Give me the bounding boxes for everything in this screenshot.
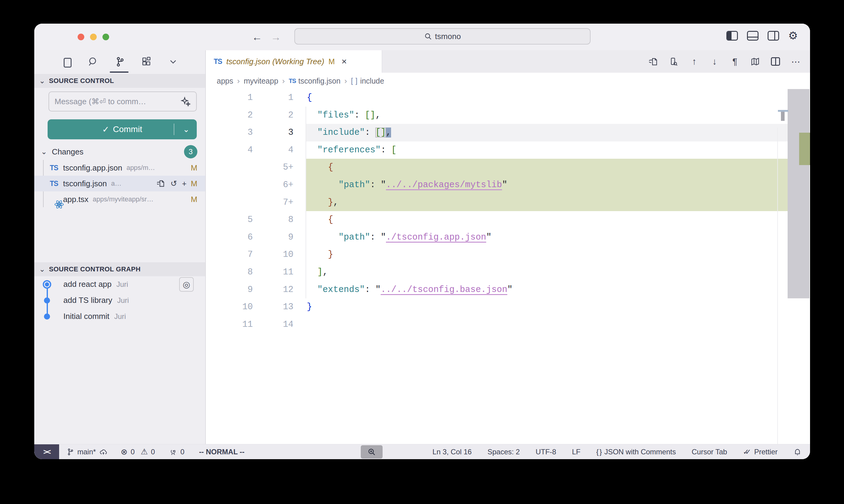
open-file-icon[interactable] bbox=[649, 56, 659, 67]
modified-line-number: 14 bbox=[253, 316, 293, 334]
minimize-window-button[interactable] bbox=[90, 34, 97, 40]
remote-indicator[interactable]: >< bbox=[34, 444, 59, 460]
code-token: [ bbox=[391, 145, 396, 155]
toggle-secondary-sidebar-icon[interactable] bbox=[768, 31, 779, 41]
overview-added-lines-marker bbox=[799, 133, 810, 165]
modified-line-number: 6+ bbox=[253, 176, 293, 194]
code-line[interactable]: 2 2 "files": [], bbox=[206, 107, 810, 124]
breadcrumb-item[interactable]: › TS [ ] myviteapp bbox=[233, 76, 278, 86]
toggle-panel-icon[interactable] bbox=[747, 31, 758, 41]
activity-bar bbox=[34, 50, 205, 73]
code-line[interactable]: 10 13 } bbox=[206, 298, 810, 316]
code-line[interactable]: 7 10 } bbox=[206, 246, 810, 264]
map-icon[interactable] bbox=[750, 56, 760, 67]
commit-row[interactable]: Initial commit Juri ◎ bbox=[34, 308, 205, 324]
code-line[interactable]: 8 11 ], bbox=[206, 264, 810, 281]
zoom-window-button[interactable] bbox=[102, 34, 109, 40]
open-file-icon[interactable] bbox=[157, 179, 166, 188]
errors-count: 0 bbox=[131, 448, 135, 456]
navigate-forward-button[interactable]: → bbox=[269, 30, 282, 43]
formatter-item[interactable]: ✓✓ Prettier bbox=[743, 448, 778, 456]
split-editor-icon[interactable] bbox=[770, 56, 781, 67]
code-line[interactable]: 5+ { bbox=[206, 159, 810, 176]
commit-row[interactable]: add react app Juri ◎ bbox=[34, 276, 205, 292]
commit-button[interactable]: ✓ Commit ⌄ bbox=[48, 119, 197, 139]
discard-changes-icon[interactable]: ↺ bbox=[170, 179, 177, 188]
more-views-chevron-icon[interactable] bbox=[167, 56, 179, 68]
settings-gear-icon[interactable]: ⚙ bbox=[788, 30, 798, 41]
problems-status-item[interactable]: ⊗ 0 ⚠︎ 0 bbox=[121, 447, 155, 457]
changes-header[interactable]: ⌄ Changes 3 bbox=[34, 145, 205, 159]
ports-status-item[interactable]: 0 bbox=[169, 448, 184, 456]
code-line[interactable]: 7+ }, bbox=[206, 194, 810, 211]
code-line[interactable]: 1 1 { bbox=[206, 89, 810, 107]
bullseye-icon[interactable]: ◎ bbox=[179, 277, 194, 292]
original-line-number: 7 bbox=[206, 246, 253, 264]
code-line[interactable]: 5 8 { bbox=[206, 211, 810, 229]
code-line[interactable]: 6 9 "path": "./tsconfig.app.json" bbox=[206, 229, 810, 246]
indentation-item[interactable]: Spaces: 2 bbox=[487, 448, 520, 456]
encoding-item[interactable]: UTF-8 bbox=[536, 448, 556, 456]
source-control-icon[interactable] bbox=[114, 56, 126, 68]
breadcrumb-label: apps bbox=[217, 77, 233, 85]
eol-item[interactable]: LF bbox=[572, 448, 581, 456]
tab-tsconfig-working-tree[interactable]: TS tsconfig.json (Working Tree) M × bbox=[206, 50, 382, 73]
cursor-tab-item[interactable]: Cursor Tab bbox=[691, 448, 727, 456]
branch-status-item[interactable]: main* bbox=[66, 448, 108, 456]
sparkle-ai-icon[interactable] bbox=[180, 96, 191, 107]
next-change-icon[interactable]: ↓ bbox=[709, 56, 720, 67]
render-whitespace-icon[interactable]: ¶ bbox=[730, 56, 740, 67]
notifications-bell-icon[interactable] bbox=[793, 448, 802, 456]
code-token bbox=[307, 267, 317, 277]
source-control-section-header[interactable]: ⌄ SOURCE CONTROL bbox=[34, 74, 205, 88]
breadcrumb-item[interactable]: › TS [ ] apps bbox=[217, 77, 233, 85]
more-actions-icon[interactable]: ⋯ bbox=[791, 56, 801, 67]
code-token: " bbox=[381, 180, 386, 190]
modified-line-number: 9 bbox=[253, 229, 293, 246]
code-token: "include" bbox=[317, 127, 365, 138]
search-icon bbox=[424, 32, 432, 40]
search-view-icon[interactable] bbox=[87, 56, 99, 68]
navigate-back-button[interactable]: ← bbox=[251, 30, 264, 43]
modified-line-number: 10 bbox=[253, 246, 293, 264]
code-line[interactable]: 3 3 "include": [], bbox=[206, 124, 810, 141]
source-control-graph-header[interactable]: ⌄ SOURCE CONTROL GRAPH bbox=[34, 262, 205, 276]
code-line[interactable]: 9 12 "extends": "../../tsconfig.base.jso… bbox=[206, 281, 810, 299]
cursor-position-item[interactable]: Ln 3, Col 16 bbox=[433, 448, 472, 456]
breadcrumb-item[interactable]: › TS [ ] include bbox=[341, 76, 384, 86]
close-window-button[interactable] bbox=[77, 34, 84, 40]
code-token: : bbox=[370, 232, 381, 242]
sidebar: ⌄ SOURCE CONTROL Message (⌘⏎ to comm… ✓ … bbox=[34, 50, 206, 444]
diff-editor[interactable]: 1 1 { 2 2 "files": [], 3 3 "include": []… bbox=[206, 89, 810, 444]
stage-changes-icon[interactable]: + bbox=[182, 179, 187, 188]
code-line[interactable]: 4 4 "references": [ bbox=[206, 141, 810, 159]
extensions-icon[interactable] bbox=[140, 56, 153, 68]
original-line-number bbox=[206, 194, 253, 211]
line-content: { bbox=[306, 89, 788, 107]
open-changes-icon[interactable] bbox=[669, 56, 679, 67]
toggle-primary-sidebar-icon[interactable] bbox=[726, 31, 738, 41]
code-token: "references" bbox=[317, 145, 381, 155]
commit-message-input[interactable]: Message (⌘⏎ to comm… bbox=[49, 91, 197, 111]
source-control-title: SOURCE CONTROL bbox=[49, 77, 114, 85]
previous-change-icon[interactable]: ↑ bbox=[689, 56, 700, 67]
breadcrumb-item[interactable]: › TS [ ] tsconfig.json bbox=[278, 76, 341, 86]
code-line[interactable]: 6+ "path": "../../packages/mytslib" bbox=[206, 176, 810, 194]
close-tab-icon[interactable]: × bbox=[341, 57, 347, 66]
editor-actions: ↑ ↓ ¶ ⋯ bbox=[649, 50, 801, 73]
changed-file-row[interactable]: TS app.tsx apps/myviteapp/sr… ↺ + M bbox=[34, 192, 205, 207]
collapse-chevron-icon: ⌄ bbox=[41, 148, 47, 156]
zoom-indicator[interactable] bbox=[361, 445, 383, 458]
original-line-number: 11 bbox=[206, 316, 253, 334]
commit-row[interactable]: add TS library Juri ◎ bbox=[34, 292, 205, 308]
language-mode-item[interactable]: { } JSON with Comments bbox=[596, 448, 676, 456]
commit-dropdown-chevron-icon[interactable]: ⌄ bbox=[183, 119, 189, 139]
vim-mode-indicator: -- NORMAL -- bbox=[199, 448, 244, 456]
vertical-scrollbar-thumb[interactable] bbox=[788, 89, 809, 298]
original-line-number: 8 bbox=[206, 264, 253, 281]
explorer-icon[interactable] bbox=[60, 56, 72, 68]
command-center-search[interactable]: tsmono bbox=[294, 28, 590, 44]
changed-file-row[interactable]: TS tsconfig.json a… ↺ + M bbox=[34, 176, 205, 192]
changed-file-row[interactable]: TS tsconfig.app.json apps/m… ↺ + M bbox=[34, 160, 205, 176]
code-line[interactable]: 11 14 bbox=[206, 316, 810, 334]
